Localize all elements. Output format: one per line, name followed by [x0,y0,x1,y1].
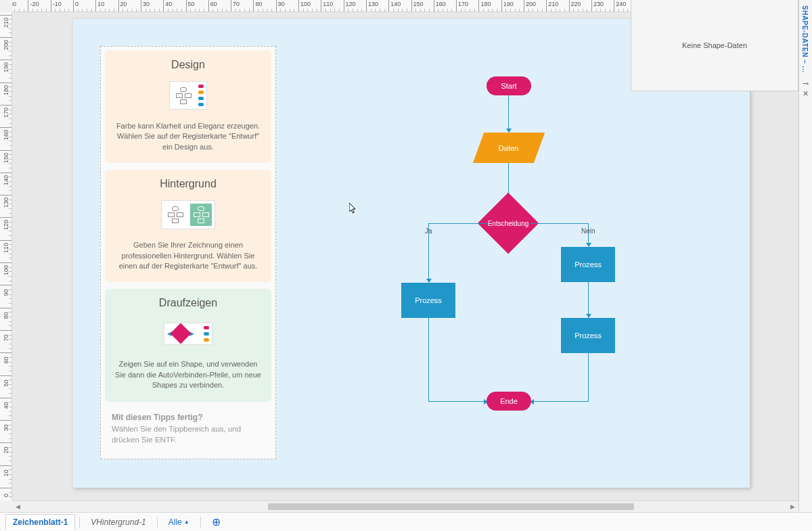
tip-text: Farbe kann Klarheit und Eleganz erzeugen… [114,121,262,152]
tip-text: Geben Sie Ihrer Zeichnung einen professi… [114,240,262,271]
separator [79,517,80,528]
tab-sheet-1[interactable]: Zeichenblatt-1 [5,514,75,530]
shape-data[interactable]: Daten [473,133,545,163]
scroll-left-button[interactable]: ◀ [12,501,24,513]
tip-text: Zeigen Sie auf ein Shape, und verwenden … [114,359,262,390]
shape-start[interactable]: Start [487,76,531,95]
tips-done: Mit diesen Tipps fertig? Wählen Sie den … [105,409,271,455]
connector[interactable] [428,401,484,402]
connector[interactable] [588,282,589,315]
tip-title: Design [114,59,262,71]
scroll-track[interactable] [24,501,787,513]
connector[interactable] [428,318,429,401]
scroll-right-button[interactable]: ▶ [787,501,798,513]
shape-data-empty-text: Keine Shape-Daten [682,41,747,49]
tab-all[interactable]: Alle▲ [162,515,196,530]
sheet-tab-bar: Zeichenblatt-1 VHintergrund-1 Alle▲ ⊕ [0,512,812,531]
connector[interactable] [531,223,588,224]
separator [157,517,158,528]
tip-card-hover: Draufzeigen ◀ ▶ [105,289,271,401]
shape-process[interactable]: Prozess [561,318,615,353]
pin-icon[interactable]: ⊸ [799,79,812,88]
dropdown-icon: ▲ [184,519,189,525]
tip-title: Draufzeigen [114,297,262,309]
shape-data-panel[interactable]: Keine Shape-Daten [631,0,798,91]
tip-illustration [114,195,262,233]
shape-data-sidebar[interactable]: SHAPE-DATEN – ... ⊸ ✕ [798,0,812,531]
ruler-vertical: -100102030405060708090100110120130140150… [0,12,12,501]
shape-end[interactable]: Ende [487,392,531,411]
close-icon[interactable]: ✕ [799,89,812,98]
shape-process[interactable]: Prozess [401,283,455,318]
flowchart: Start Daten Entscheidung Ja Prozess Nein [323,73,729,459]
shape-data-tab-label[interactable]: SHAPE-DATEN – ... [799,0,811,78]
label-yes: Ja [425,227,432,235]
shape-process[interactable]: Prozess [561,247,615,282]
tips-done-text: Wählen Sie den Tippbereich aus, und drüc… [112,423,265,445]
connector[interactable] [508,95,509,129]
tip-card-design: Design [105,51,271,163]
connector[interactable] [428,223,487,224]
tip-illustration [114,76,262,114]
separator [200,517,201,528]
label-no: Nein [581,227,595,235]
connector[interactable] [533,401,589,402]
add-sheet-button[interactable]: ⊕ [205,513,227,531]
tip-card-background: Hintergrund [105,170,271,282]
tab-background-1[interactable]: VHintergrund-1 [84,515,152,530]
connector[interactable] [588,353,589,401]
tips-panel[interactable]: Design [100,46,276,459]
tip-title: Hintergrund [114,178,262,190]
horizontal-scrollbar[interactable]: ◀ ▶ [12,501,798,512]
tips-done-title: Mit diesen Tipps fertig? [112,413,265,422]
scroll-thumb[interactable] [268,503,634,510]
tip-illustration: ◀ ▶ [114,315,262,352]
